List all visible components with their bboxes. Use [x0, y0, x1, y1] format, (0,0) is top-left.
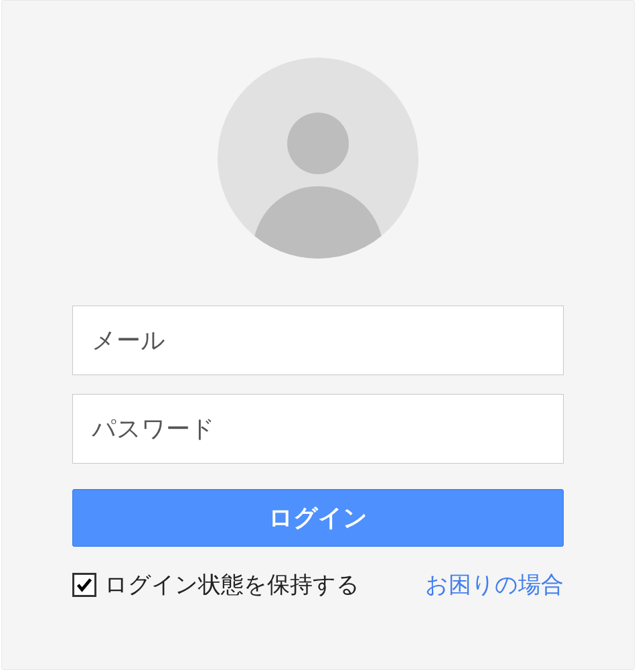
remember-me-checkbox[interactable]: ログイン状態を保持する	[72, 569, 360, 600]
login-card: ログイン ログイン状態を保持する お困りの場合	[1, 0, 635, 670]
avatar-placeholder	[218, 58, 418, 259]
bottom-row: ログイン状態を保持する お困りの場合	[72, 569, 564, 600]
help-link[interactable]: お困りの場合	[425, 569, 564, 600]
email-field[interactable]	[72, 306, 564, 375]
checkmark-icon	[75, 576, 94, 594]
checkbox-box	[72, 573, 96, 597]
login-button[interactable]: ログイン	[72, 489, 564, 547]
remember-me-label: ログイン状態を保持する	[104, 569, 360, 600]
password-field[interactable]	[72, 394, 564, 464]
